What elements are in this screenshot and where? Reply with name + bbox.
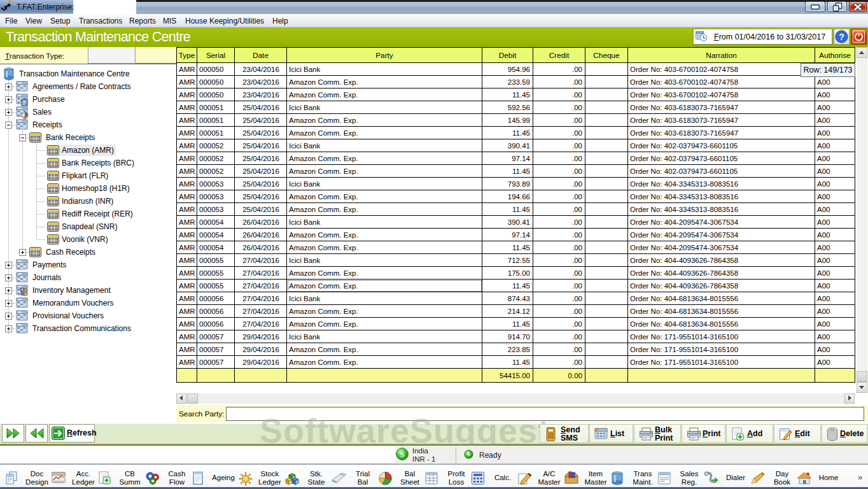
- svg-text:?: ?: [839, 32, 844, 42]
- svg-text:S: S: [400, 450, 405, 459]
